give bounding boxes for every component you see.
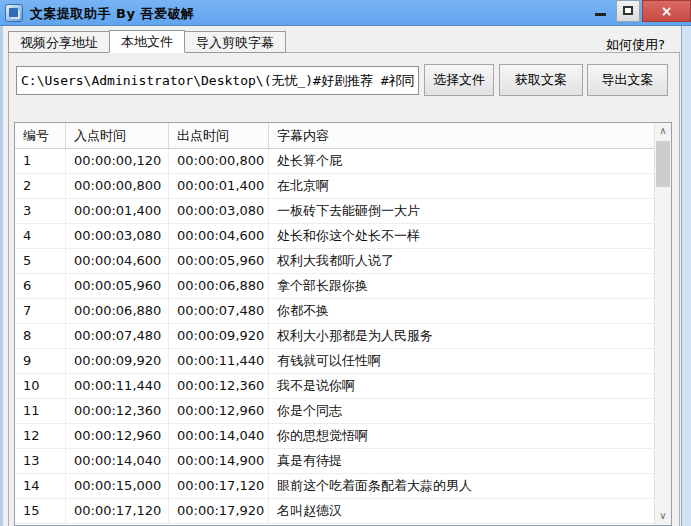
file-path-input[interactable]	[16, 66, 419, 95]
cell-in-time: 00:00:14,040	[66, 449, 169, 473]
cell-subtitle-content: 你的思想觉悟啊	[269, 424, 671, 448]
cell-out-time: 00:00:14,900	[169, 449, 269, 473]
cell-subtitle-content: 在北京啊	[269, 174, 671, 198]
cell-out-time: 00:00:05,960	[169, 249, 269, 273]
cell-subtitle-content: 你都不换	[269, 299, 671, 323]
scrollbar-thumb[interactable]	[656, 141, 670, 187]
cell-subtitle-content: 有钱就可以任性啊	[269, 349, 671, 373]
table-row[interactable]: 2 00:00:00,800 00:00:01,400 在北京啊	[15, 174, 671, 199]
cell-subtitle-content: 权利大我都听人说了	[269, 249, 671, 273]
table-row[interactable]: 7 00:00:06,880 00:00:07,480 你都不换	[15, 299, 671, 324]
table-row[interactable]: 12 00:00:12,960 00:00:14,040 你的思想觉悟啊	[15, 424, 671, 449]
cell-subtitle-content: 一板砖下去能砸倒一大片	[269, 199, 671, 223]
cell-out-time: 00:00:12,960	[169, 399, 269, 423]
app-window: 文案提取助手 By 吾爱破解 × 视频分享地址 本地文件 导入剪映字幕 如何使用…	[0, 0, 691, 526]
cell-in-time: 00:00:01,400	[66, 199, 169, 223]
cell-in-time: 00:00:06,880	[66, 299, 169, 323]
vertical-scrollbar[interactable]: ∧ ∨	[654, 123, 671, 525]
cell-out-time: 00:00:00,800	[169, 149, 269, 173]
table-row[interactable]: 11 00:00:12,360 00:00:12,960 你是个同志	[15, 399, 671, 424]
cell-subtitle-content: 眼前这个吃着面条配着大蒜的男人	[269, 474, 671, 498]
export-text-button[interactable]: 导出文案	[587, 64, 668, 96]
app-icon	[5, 4, 23, 22]
tab-video-share-url[interactable]: 视频分享地址	[8, 31, 109, 53]
cell-in-time: 00:00:17,120	[66, 499, 169, 523]
cell-number: 7	[15, 299, 66, 323]
minimize-icon	[595, 13, 606, 16]
cell-in-time: 00:00:07,480	[66, 324, 169, 348]
cell-number: 8	[15, 324, 66, 348]
table-row[interactable]: 13 00:00:14,040 00:00:14,900 真是有待提	[15, 449, 671, 474]
tab-local-file[interactable]: 本地文件	[109, 30, 185, 53]
cell-out-time: 00:00:03,080	[169, 199, 269, 223]
scroll-up-icon[interactable]: ∧	[655, 123, 671, 140]
cell-number: 13	[15, 449, 66, 473]
tab-import-jianying-subtitle[interactable]: 导入剪映字幕	[185, 31, 286, 53]
cell-subtitle-content: 处长和你这个处长不一样	[269, 224, 671, 248]
cell-number: 12	[15, 424, 66, 448]
table-row[interactable]: 8 00:00:07,480 00:00:09,920 权利大小那都是为人民服务	[15, 324, 671, 349]
table-row[interactable]: 9 00:00:09,920 00:00:11,440 有钱就可以任性啊	[15, 349, 671, 374]
tab-bar: 视频分享地址 本地文件 导入剪映字幕	[8, 30, 286, 53]
table-row[interactable]: 4 00:00:03,080 00:00:04,600 处长和你这个处长不一样	[15, 224, 671, 249]
cell-subtitle-content: 真是有待提	[269, 449, 671, 473]
cell-out-time: 00:00:04,600	[169, 224, 269, 248]
cell-subtitle-content: 你是个同志	[269, 399, 671, 423]
cell-number: 3	[15, 199, 66, 223]
cell-in-time: 00:00:11,440	[66, 374, 169, 398]
column-header-out-time[interactable]: 出点时间	[169, 123, 269, 148]
cell-in-time: 00:00:00,800	[66, 174, 169, 198]
cell-number: 9	[15, 349, 66, 373]
cell-number: 2	[15, 174, 66, 198]
cell-in-time: 00:00:12,960	[66, 424, 169, 448]
cell-out-time: 00:00:17,920	[169, 499, 269, 523]
get-text-button[interactable]: 获取文案	[499, 64, 583, 96]
scroll-down-icon[interactable]: ∨	[655, 508, 671, 525]
table-row[interactable]: 10 00:00:11,440 00:00:12,360 我不是说你啊	[15, 374, 671, 399]
maximize-icon	[623, 6, 633, 15]
close-button[interactable]: ×	[642, 0, 691, 22]
window-frame-left	[0, 26, 3, 526]
cell-in-time: 00:00:15,000	[66, 474, 169, 498]
cell-subtitle-content: 权利大小那都是为人民服务	[269, 324, 671, 348]
table-row[interactable]: 14 00:00:15,000 00:00:17,120 眼前这个吃着面条配着大…	[15, 474, 671, 499]
column-header-subtitle-content[interactable]: 字幕内容	[269, 123, 671, 148]
cell-in-time: 00:00:04,600	[66, 249, 169, 273]
cell-out-time: 00:00:01,400	[169, 174, 269, 198]
window-title: 文案提取助手 By 吾爱破解	[30, 5, 194, 23]
cell-subtitle-content: 名叫赵德汉	[269, 499, 671, 523]
cell-number: 10	[15, 374, 66, 398]
maximize-button[interactable]	[616, 0, 640, 22]
cell-subtitle-content: 处长算个屁	[269, 149, 671, 173]
minimize-button[interactable]	[588, 0, 614, 22]
table-row[interactable]: 15 00:00:17,120 00:00:17,920 名叫赵德汉	[15, 499, 671, 524]
cell-number: 6	[15, 274, 66, 298]
title-bar[interactable]: 文案提取助手 By 吾爱破解 ×	[0, 0, 691, 26]
table-row[interactable]: 6 00:00:05,960 00:00:06,880 拿个部长跟你换	[15, 274, 671, 299]
cell-in-time: 00:00:09,920	[66, 349, 169, 373]
cell-out-time: 00:00:12,360	[169, 374, 269, 398]
cell-out-time: 00:00:07,480	[169, 299, 269, 323]
how-to-use-link[interactable]: 如何使用?	[606, 36, 665, 54]
subtitle-table: 编号 入点时间 出点时间 字幕内容 1 00:00:00,120 00:00:0…	[14, 122, 672, 526]
cell-out-time: 00:00:06,880	[169, 274, 269, 298]
column-header-number[interactable]: 编号	[15, 123, 66, 148]
cell-in-time: 00:00:03,080	[66, 224, 169, 248]
select-file-button[interactable]: 选择文件	[424, 64, 494, 96]
table-row[interactable]: 5 00:00:04,600 00:00:05,960 权利大我都听人说了	[15, 249, 671, 274]
cell-out-time: 00:00:11,440	[169, 349, 269, 373]
cell-in-time: 00:00:12,360	[66, 399, 169, 423]
cell-number: 5	[15, 249, 66, 273]
table-row[interactable]: 1 00:00:00,120 00:00:00,800 处长算个屁	[15, 149, 671, 174]
cell-out-time: 00:00:14,040	[169, 424, 269, 448]
cell-subtitle-content: 我不是说你啊	[269, 374, 671, 398]
cell-number: 4	[15, 224, 66, 248]
cell-number: 15	[15, 499, 66, 523]
cell-number: 14	[15, 474, 66, 498]
table-row[interactable]: 3 00:00:01,400 00:00:03,080 一板砖下去能砸倒一大片	[15, 199, 671, 224]
cell-number: 11	[15, 399, 66, 423]
column-header-in-time[interactable]: 入点时间	[66, 123, 169, 148]
window-frame-right	[681, 26, 691, 526]
cell-out-time: 00:00:17,120	[169, 474, 269, 498]
cell-in-time: 00:00:00,120	[66, 149, 169, 173]
